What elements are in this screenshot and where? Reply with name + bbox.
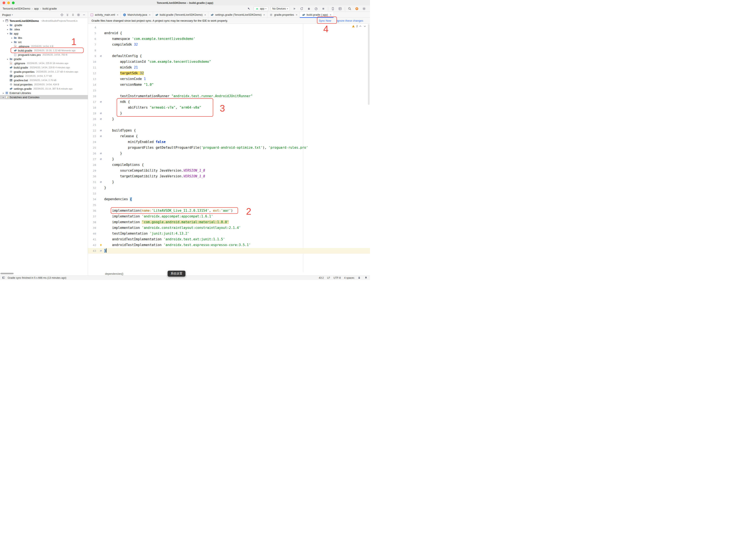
tab-mainactivity-java[interactable]: CMainActivity.java× xyxy=(121,12,153,18)
code-line-34[interactable]: 34dependencies { xyxy=(88,196,370,202)
chevron-right-icon[interactable]: ▸ xyxy=(6,28,9,30)
code-line-17[interactable]: 17 ndk { xyxy=(88,99,370,105)
search-everywhere-button[interactable] xyxy=(347,7,352,11)
close-tab-icon[interactable]: × xyxy=(263,13,265,16)
layout-inspector-button[interactable] xyxy=(338,7,343,11)
gutter-marker-icon[interactable] xyxy=(99,100,103,104)
intention-bulb-icon[interactable] xyxy=(99,244,103,247)
minimize-window-button[interactable] xyxy=(7,1,10,4)
run-config-selector[interactable]: app▾ xyxy=(254,6,268,11)
gutter-marker-icon[interactable] xyxy=(99,249,103,253)
code-line-40[interactable]: 40 testImplementation 'junit:junit:4.13.… xyxy=(88,231,370,237)
tree-item-settings-gradle[interactable]: settings.gradle2023/6/20, 15:14, 387 B A… xyxy=(0,87,88,91)
code-line-12[interactable]: 12 targetSdk 32 xyxy=(88,71,370,76)
gutter-marker-icon[interactable] xyxy=(99,158,103,161)
close-tab-icon[interactable]: × xyxy=(117,13,118,16)
code-area[interactable]: 45android {6 namespace 'com.example.tenc… xyxy=(88,25,370,254)
code-line-19[interactable]: 19 } xyxy=(88,110,370,116)
gutter-marker-icon[interactable] xyxy=(99,181,103,184)
tree-item-scratches-and-consoles[interactable]: ▸Scratches and Consoles xyxy=(0,95,88,99)
code-line-21[interactable]: 21 xyxy=(88,122,370,128)
tree-item-gradlew-bat[interactable]: gradlew.bat2023/6/20, 14:54, 2.76 kB xyxy=(0,78,88,82)
code-line-10[interactable]: 10 applicationId "com.example.tencentliv… xyxy=(88,59,370,65)
code-line-38[interactable]: 38 implementation 'com.google.android.ma… xyxy=(88,219,370,225)
code-line-15[interactable]: 15 xyxy=(88,88,370,93)
code-line-20[interactable]: 20 } xyxy=(88,116,370,122)
caret-position-widget[interactable]: 43:2 xyxy=(319,276,324,279)
close-tab-icon[interactable]: × xyxy=(149,13,151,16)
device-manager-button[interactable] xyxy=(330,7,336,11)
locate-file-button[interactable] xyxy=(60,13,64,16)
tree-item-app[interactable]: ▾app xyxy=(0,31,88,36)
code-line-13[interactable]: 13 versionCode 1 xyxy=(88,76,370,82)
panel-options-button[interactable] xyxy=(77,13,80,16)
code-line-31[interactable]: 31 } xyxy=(88,179,370,185)
code-line-22[interactable]: 22 buildTypes { xyxy=(88,128,370,133)
breadcrumb-module[interactable]: app xyxy=(34,7,39,10)
tab-build-gradle-tencentlivesdkdemo[interactable]: build.gradle (TencentLiveSDKDemo)× xyxy=(153,12,208,18)
tree-item-proguard-rules-pro[interactable]: proguard-rules.pro2023/6/20, 14:54, 750 … xyxy=(0,53,88,57)
encoding-widget[interactable]: UTF-8 xyxy=(334,276,341,279)
chevron-down-icon[interactable]: ▾ xyxy=(6,32,9,35)
chevron-right-icon[interactable]: ▸ xyxy=(10,41,14,43)
code-line-28[interactable]: 28 compileOptions { xyxy=(88,162,370,168)
tree-horizontal-scrollbar[interactable] xyxy=(0,273,14,274)
gutter-marker-icon[interactable] xyxy=(99,152,103,155)
tab-activity-main-xml[interactable]: </>activity_main.xml× xyxy=(88,12,121,18)
close-tab-icon[interactable]: × xyxy=(330,13,332,16)
settings-button[interactable] xyxy=(362,7,367,11)
code-line-6[interactable]: 6 namespace 'com.example.tencentlivesdkd… xyxy=(88,36,370,42)
chevron-right-icon[interactable]: ▸ xyxy=(10,37,14,39)
expand-all-button[interactable] xyxy=(66,13,69,16)
code-line-25[interactable]: 25 proguardFiles getDefaultProguardFile(… xyxy=(88,145,370,151)
close-tab-icon[interactable]: × xyxy=(296,13,297,16)
tree-item-gradle-properties[interactable]: gradle.properties2023/6/20, 14:54, 1.27 … xyxy=(0,70,88,74)
chevron-right-icon[interactable]: ▸ xyxy=(6,24,9,26)
ignore-changes-link[interactable]: Ignore these changes xyxy=(337,19,363,22)
notifications-icon[interactable] xyxy=(365,276,368,280)
code-line-23[interactable]: 23 release { xyxy=(88,133,370,139)
tree-item-external-libraries[interactable]: ▸External Libraries xyxy=(0,91,88,95)
code-line-42[interactable]: 42 androidTestImplementation 'androidx.t… xyxy=(88,242,370,248)
tree-item-build-gradle[interactable]: build.gradle2023/6/20, 15:18, 1.22 kB Mo… xyxy=(0,49,88,53)
code-line-7[interactable]: 7 compileSdk 32 xyxy=(88,42,370,48)
gutter-marker-icon[interactable] xyxy=(99,129,103,132)
chevron-right-icon[interactable]: ▸ xyxy=(2,92,5,94)
breadcrumb-file[interactable]: build.gradle xyxy=(42,7,57,10)
lock-icon[interactable] xyxy=(358,276,361,280)
close-window-button[interactable] xyxy=(3,1,5,4)
tree-item-gradle[interactable]: ▸.gradle xyxy=(0,23,88,27)
indent-widget[interactable]: 4 spaces xyxy=(344,276,354,279)
code-line-27[interactable]: 27 } xyxy=(88,156,370,162)
chevron-down-icon[interactable]: ▾ xyxy=(2,20,5,22)
inspections-widget[interactable]: 2 xyxy=(352,25,367,28)
line-separator-widget[interactable]: LF xyxy=(327,276,330,279)
code-line-33[interactable]: 33 xyxy=(88,191,370,196)
tree-item-src[interactable]: ▸src xyxy=(0,40,88,44)
debug-button[interactable] xyxy=(306,7,311,11)
code-line-30[interactable]: 30 targetCompatibility JavaVersion.VERSI… xyxy=(88,174,370,179)
prev-problem-icon[interactable] xyxy=(359,25,362,28)
hide-panel-button[interactable] xyxy=(82,13,86,16)
zoom-window-button[interactable] xyxy=(12,1,15,4)
profiler-button[interactable] xyxy=(313,7,319,11)
tree-item-tencentlivesdkdemo[interactable]: ▾TencentLiveSDKDemo~/AndroidStudioProjec… xyxy=(0,19,88,23)
chevron-right-icon[interactable]: ▸ xyxy=(2,96,5,98)
code-line-36[interactable]: 36 implementation(name:'LiteAVSDK_Live_1… xyxy=(88,208,370,214)
collapse-all-button[interactable] xyxy=(71,13,75,16)
code-line-9[interactable]: 9 defaultConfig { xyxy=(88,53,370,59)
build-button[interactable] xyxy=(246,7,251,11)
code-line-43[interactable]: 43} xyxy=(88,248,370,254)
status-message[interactable]: Gradle sync finished in 5 s 666 ms (13 m… xyxy=(8,276,66,279)
code-line-5[interactable]: 5android { xyxy=(88,30,370,36)
breadcrumb-project[interactable]: TencentLiveSDKDemo xyxy=(3,7,30,10)
editor-scrollbar[interactable] xyxy=(368,24,370,105)
tab-settings-gradle-tencentlivesdkdemo[interactable]: settings.gradle (TencentLiveSDKDemo)× xyxy=(208,12,267,18)
tree-item-gradlew[interactable]: gradlew2023/6/20, 14:54, 5.77 kB xyxy=(0,74,88,78)
breadcrumb-dependencies[interactable]: dependencies{} xyxy=(105,272,123,275)
tree-item-libs[interactable]: ▸libs xyxy=(0,36,88,40)
tab-build-gradle-app[interactable]: build.gradle (:app)× xyxy=(300,12,334,18)
tab-gradle-properties[interactable]: gradle.properties× xyxy=(267,12,300,18)
run-button[interactable] xyxy=(292,7,297,11)
stop-button[interactable] xyxy=(321,7,326,11)
